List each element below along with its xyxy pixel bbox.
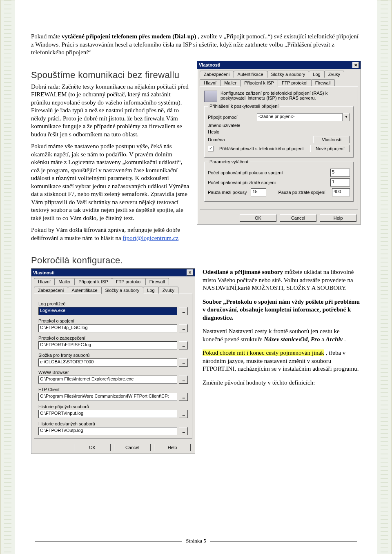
ok-button[interactable]: OK [74,444,111,451]
field-label: Historie přijatých souborů [38,404,188,409]
adv-p4: Pokud chcete mít i konec cesty pojmenová… [203,349,361,373]
tab-zabezpe-en-[interactable]: Zabezpečení [200,71,234,78]
label-domain: Doména [208,137,253,142]
mail-link[interactable]: ftport@logicentrum.cz [123,235,179,241]
text-bold: vytáčené připojení telefonem přes modem … [62,33,196,40]
new-connection-button[interactable]: Nové připojení [310,145,350,152]
config-note: Konfigurace zařízení pro telefonické při… [204,91,354,102]
label-pause-lost: Pauza po ztrátě spojení [270,190,328,195]
cancel-button[interactable]: Cancel [280,214,316,222]
page-number: Stránka 5 [183,538,208,544]
tab-p-ipojen-k-isp[interactable]: Připojení k ISP [240,79,278,87]
tab-autentifikace[interactable]: Autentifikace [68,287,102,294]
checkbox-inherit[interactable]: ✓ [208,146,214,151]
path-input[interactable]: C:\Program Files\IronWare Communication\… [38,393,177,401]
field-label: Protokol o zabezpečení [38,336,188,340]
field-label: WWW Browser [38,370,188,375]
browse-button[interactable]: ... [179,376,188,384]
text-bold: Odesílané a přijímané soubory [203,269,283,275]
adv-p2: Soubor „Protokolu o spojení nám vždy poš… [203,298,361,322]
dialog-isp: Vlastnosti ✕ ZabezpečeníAutentifikaceSlo… [197,61,361,225]
browse-button[interactable]: ... [179,410,188,418]
browse-button[interactable]: ... [179,307,188,315]
path-input[interactable]: C:\FTPORT\FTPISEC.log [38,341,177,349]
tab-log[interactable]: Log [309,71,324,78]
tab-hlavn-[interactable]: Hlavní [34,278,55,285]
tab-mailer[interactable]: Mailer [220,79,241,86]
text: Pokud máte [31,33,62,40]
close-icon[interactable]: ✕ [187,269,193,276]
input-retry-lost[interactable]: 1 [330,178,350,187]
close-icon[interactable]: ✕ [352,62,359,68]
tab-hlavn-[interactable]: Hlavní [200,79,220,86]
decor-left [0,0,15,554]
tab-firewall[interactable]: Firewall [145,278,169,285]
tab-zvuky[interactable]: Zvuky [324,71,344,78]
tab-ftp-protokol[interactable]: FTP protokol [278,79,312,86]
field-label: Protokol o spojení [38,318,188,323]
help-button[interactable]: Help [154,444,191,451]
cancel-button[interactable]: Cancel [114,444,151,451]
dialog-title: Vlastnosti [199,62,220,67]
tab-firewall[interactable]: Firewall [311,79,335,86]
groupbox-dial: Počet opakování při pokusu o spojení 5 P… [204,162,354,202]
browse-button[interactable]: ... [179,358,188,367]
ras-icon [204,91,217,102]
path-input[interactable]: C:\FTPORT\\Input.log [38,410,177,418]
note-text: Konfigurace zařízení pro telefonické při… [220,91,354,100]
ok-button[interactable]: OK [240,214,276,222]
input-pause-try[interactable]: 15 [251,188,266,196]
path-input[interactable]: C:\FTPORT\\Outp.log [38,427,177,435]
help-button[interactable]: Help [320,214,356,222]
tab-p-ipojen-k-isp[interactable]: Připojení k ISP [74,278,112,285]
input-retry-conn[interactable]: 5 [330,169,350,177]
text-italic: Název stanice\Od, Pro [264,336,320,343]
field-label: Historie odeslaných souborů [38,421,188,426]
dialog-folders: Vlastnosti ✕ HlavníMailerPřipojení k ISP… [31,268,195,454]
field-label: Složka pro fronty souborů [38,353,188,358]
tab-slo-ky-a-soubory[interactable]: Složky a soubory [101,287,144,294]
tab-autentifikace[interactable]: Autentifikace [234,71,267,78]
browse-button[interactable]: ... [179,427,188,435]
browse-button[interactable]: ... [179,393,188,401]
path-input[interactable]: C:\FTPORT\tp_LGC.log [38,324,177,332]
tabs-row-2: ZabezpečeníAutentifikaceSložky a soubory… [31,285,195,294]
properties-button[interactable]: Vlastnosti [313,136,350,143]
input-pause-lost[interactable]: 400 [332,188,350,196]
intro-paragraph: Pokud máte vytáčené připojení telefonem … [31,33,361,57]
decor-right [377,0,392,554]
text: a [321,336,325,343]
sec1-p3: Pokud by Vám došla šifrovaná zpráva, nef… [31,226,189,242]
sec1-p1: Dobrá rada: Začněte testy komunikace na … [31,83,189,139]
tab-zvuky[interactable]: Zvuky [158,287,178,294]
label-retry-conn: Počet opakování při pokusu o spojení [208,170,326,175]
label-pass: Heslo [208,129,253,134]
path-input[interactable]: LogView.exe [38,307,177,315]
tab-zabezpe-en-[interactable]: Zabezpečení [34,287,68,294]
tab-log[interactable]: Log [143,287,158,294]
tabs-row-1: ZabezpečeníAutentifikaceSložky a soubory… [197,69,361,78]
label-user: Jméno uživatele [208,123,253,128]
tab-ftp-protokol[interactable]: FTP protokol [112,278,146,285]
tab-mailer[interactable]: Mailer [54,278,75,285]
adv-p3: Nastavení Nastavení cesty k frontě soubo… [203,327,361,343]
dialog-title: Vlastnosti [33,270,55,275]
combo-connection[interactable]: <žádné připojení> ▼ [257,113,350,121]
field-label: Log prohlížeč [38,301,188,306]
browse-button[interactable]: ... [179,341,188,349]
heading-firewall: Spouštíme komunikaci bez firewallu [31,70,189,80]
checkbox-label: Přihlášení převzít s telefonického připo… [219,146,306,151]
browse-button[interactable]: ... [179,324,188,332]
adv-p1: Odesílané a přijímané soubory můžete ukl… [203,268,361,292]
label-pause-try: Pauza mezi pokusy [208,190,247,195]
text-highlight: Pokud chcete mít i konec cesty pojmenová… [203,349,324,356]
page-footer: Stránka 5 [0,538,392,544]
groupbox-login: Připojit pomocí <žádné připojení> ▼ Jmén… [204,106,354,158]
adv-p5: Změníte původní hodnoty v těchto definic… [203,379,361,387]
chevron-down-icon[interactable]: ▼ [343,113,350,121]
path-input[interactable]: e:\GLOBAL3\STORE\F000 [38,358,177,367]
combo-value[interactable]: <žádné připojení> [257,113,343,121]
tab-slo-ky-a-soubory[interactable]: Složky a soubory [267,71,310,78]
tabs-row-2: HlavníMailerPřipojení k ISPFTP protokolF… [197,78,361,86]
path-input[interactable]: C:\Program Files\Internet Explorer\jexpl… [38,376,177,384]
